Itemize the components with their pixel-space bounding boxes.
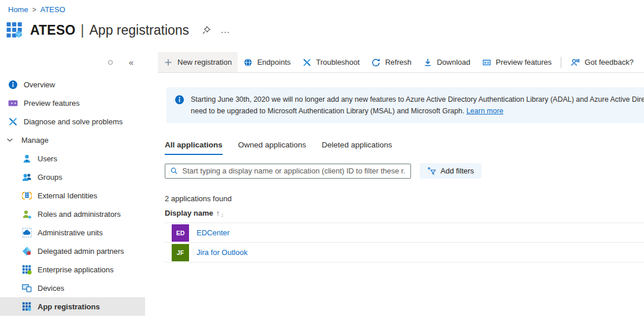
circle-icon[interactable] — [108, 60, 113, 65]
title-separator: | — [81, 23, 84, 38]
user-icon — [22, 154, 32, 164]
sidebar-item-label: Roles and administrators — [38, 210, 121, 219]
table-row[interactable]: ED EDCenter — [165, 223, 644, 243]
result-count: 2 applications found — [165, 194, 644, 203]
toolbar-label: Got feedback? — [584, 58, 634, 66]
sidebar-item-administrative-units[interactable]: Administrative units — [0, 223, 145, 242]
application-link-jira-for-outlook[interactable]: Jira for Outlook — [197, 248, 247, 257]
devices-icon — [22, 283, 32, 293]
roles-icon — [22, 209, 32, 219]
sidebar-item-label: Delegated admin partners — [38, 247, 124, 256]
sidebar-item-label: Devices — [38, 284, 64, 293]
sidebar-item-groups[interactable]: Groups — [0, 168, 145, 186]
sidebar-controls: « — [0, 52, 145, 67]
external-identities-icon — [22, 191, 32, 201]
toolbar-label: Download — [437, 58, 471, 66]
column-header-display-name[interactable]: Display name ↑ ↓ — [165, 209, 644, 223]
application-link-edcenter[interactable]: EDCenter — [197, 228, 230, 237]
sidebar: « Overview Preview features — [0, 52, 145, 318]
sort-ascending-icon: ↑ — [216, 209, 220, 217]
collapse-sidebar-icon[interactable]: « — [129, 60, 134, 65]
sidebar-item-label: Enterprise applications — [38, 265, 114, 274]
add-filters-label: Add filters — [441, 167, 474, 175]
sidebar-item-enterprise-applications[interactable]: Enterprise applications — [0, 260, 145, 279]
tab-bar: All applications Owned applications Dele… — [165, 140, 644, 155]
breadcrumb-ateso-link[interactable]: ATESO — [40, 5, 65, 14]
tenant-name: ATESO — [30, 23, 76, 38]
diagnose-icon — [8, 117, 18, 127]
sidebar-item-users[interactable]: Users — [0, 149, 145, 168]
sidebar-item-roles[interactable]: Roles and administrators — [0, 205, 145, 223]
sidebar-item-devices[interactable]: Devices — [0, 279, 145, 297]
sidebar-item-diagnose[interactable]: Diagnose and solve problems — [0, 112, 145, 131]
search-box[interactable] — [165, 164, 411, 179]
sidebar-item-label: App registrations — [38, 302, 100, 311]
preview-features-icon — [8, 98, 18, 108]
sidebar-section-manage[interactable]: Manage — [0, 131, 145, 149]
preview-window-icon — [482, 58, 491, 67]
avatar: JF — [172, 244, 189, 261]
sidebar-item-label: External Identities — [38, 191, 97, 200]
new-registration-button[interactable]: New registration — [158, 52, 238, 72]
add-filter-icon — [427, 167, 436, 176]
sidebar-item-label: Administrative units — [38, 228, 103, 237]
toolbar-label: Refresh — [385, 58, 412, 66]
search-input[interactable] — [182, 167, 406, 175]
tab-deleted-applications[interactable]: Deleted applications — [322, 140, 393, 155]
plus-icon — [164, 58, 173, 67]
toolbar-separator — [561, 57, 561, 68]
sidebar-item-label: Overview — [24, 80, 55, 89]
enterprise-apps-icon — [22, 265, 32, 275]
info-icon — [8, 80, 18, 90]
column-header-label: Display name — [165, 209, 213, 217]
banner-line-2: need to be upgraded to Microsoft Authent… — [191, 105, 644, 117]
more-options-icon[interactable]: … — [220, 27, 231, 33]
download-button[interactable]: Download — [417, 52, 476, 72]
sidebar-menu: Overview Preview features Diagnose and s… — [0, 75, 145, 316]
breadcrumb-home-link[interactable]: Home — [8, 5, 28, 14]
tab-all-applications[interactable]: All applications — [165, 140, 223, 155]
sort-descending-icon: ↓ — [221, 211, 224, 218]
sidebar-item-app-registrations[interactable]: App registrations — [0, 297, 145, 316]
troubleshoot-button[interactable]: Troubleshoot — [297, 52, 365, 72]
banner-text: Starting June 30th, 2020 we will no long… — [191, 94, 644, 117]
sidebar-item-preview-features[interactable]: Preview features — [0, 94, 145, 112]
download-icon — [423, 58, 432, 67]
preview-features-button[interactable]: Preview features — [476, 52, 558, 72]
table-row[interactable]: JF Jira for Outlook — [165, 243, 644, 262]
admin-units-icon — [22, 228, 32, 238]
got-feedback-button[interactable]: Got feedback? — [565, 52, 639, 72]
sidebar-item-overview[interactable]: Overview — [0, 75, 145, 94]
pin-icon[interactable] — [202, 25, 211, 35]
learn-more-link[interactable]: Learn more — [467, 107, 504, 115]
delegated-admin-icon — [22, 246, 32, 256]
tab-owned-applications[interactable]: Owned applications — [238, 140, 306, 155]
sidebar-item-external-identities[interactable]: External Identities — [0, 186, 145, 205]
info-banner: Starting June 30th, 2020 we will no long… — [166, 87, 644, 123]
page-title: ATESO | App registrations — [30, 23, 189, 38]
toolbar-label: Troubleshoot — [316, 58, 360, 66]
tools-icon — [302, 58, 312, 67]
toolbar-label: New registration — [177, 58, 232, 66]
refresh-icon — [371, 58, 380, 67]
chevron-right-icon: > — [32, 6, 36, 14]
sidebar-item-label: Diagnose and solve problems — [24, 117, 123, 126]
banner-line-1: Starting June 30th, 2020 we will no long… — [191, 94, 644, 105]
blade-content: New registration Endpoints Troubleshoot — [158, 52, 644, 318]
info-icon — [175, 95, 184, 105]
sidebar-item-label: Groups — [38, 173, 62, 182]
applications-list: Display name ↑ ↓ ED EDCenter JF Jira for… — [165, 209, 644, 262]
app-registrations-icon — [22, 302, 32, 312]
add-filters-button[interactable]: Add filters — [420, 163, 482, 179]
azure-portal-page: Home > ATESO ATESO | App registrations … — [0, 0, 644, 318]
app-registrations-blade-icon — [6, 21, 23, 39]
toolbar-label: Endpoints — [257, 58, 291, 66]
breadcrumb: Home > ATESO — [8, 5, 65, 14]
globe-icon — [243, 58, 253, 67]
endpoints-button[interactable]: Endpoints — [238, 52, 297, 72]
search-icon — [170, 167, 178, 175]
refresh-button[interactable]: Refresh — [365, 52, 417, 72]
command-bar: New registration Endpoints Troubleshoot — [158, 52, 644, 73]
sidebar-section-label: Manage — [21, 136, 49, 145]
sidebar-item-delegated-admin-partners[interactable]: Delegated admin partners — [0, 242, 145, 260]
